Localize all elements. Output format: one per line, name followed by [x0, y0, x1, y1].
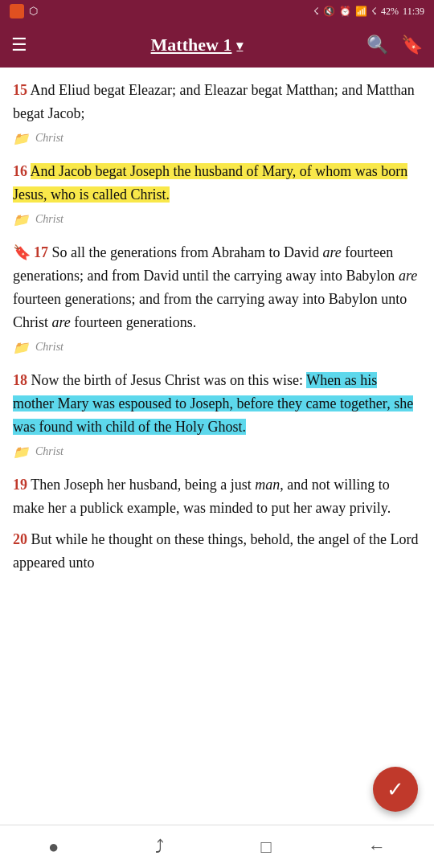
book-title-button[interactable]: Matthew 1 ▾ [151, 35, 244, 55]
verse-17-tag: 📁 Christ [13, 338, 421, 358]
verse-number-20: 20 [13, 531, 27, 547]
verse-15-tag-text: Christ [35, 129, 63, 147]
fab-checkmark-icon: ✓ [387, 777, 404, 802]
wifi-icon: 📶 [355, 6, 367, 18]
status-right: ☇ 🔇 ⏰ 📶 ☇ 42% 11:39 [313, 6, 424, 18]
app-icon [10, 4, 24, 18]
verse-15-tag: 📁 Christ [13, 129, 421, 149]
verse-20: 20 But while he thought on these things,… [13, 528, 421, 575]
bottom-nav-back[interactable]: ← [368, 837, 386, 858]
verse-16-tag-text: Christ [35, 211, 63, 228]
bottom-nav-share[interactable]: ⤴ [155, 837, 164, 858]
verse-19-text: Then Joseph her husband, being a just ma… [13, 477, 391, 516]
bluetooth-icon: ⬡ [29, 5, 38, 18]
scripture-content: 15 And Eliud begat Eleazar; and Eleazar … [0, 68, 434, 646]
verse-number-16: 16 [13, 163, 27, 179]
verse-17-text: So all the generations from Abraham to D… [13, 244, 417, 330]
folder-icon-16: 📁 [13, 210, 29, 231]
verse-17: 🔖17 So all the generations from Abraham … [13, 241, 421, 358]
verse-16: 16 And Jacob begat Joseph the husband of… [13, 160, 421, 230]
battery-level: 42% [381, 6, 399, 18]
folder-icon-18: 📁 [13, 442, 29, 463]
verse-16-highlighted: And Jacob begat Joseph the husband of Ma… [13, 163, 407, 203]
status-left: ⬡ [10, 4, 38, 18]
verse-15-text: And Eliud begat Eleazar; and Eleazar beg… [13, 82, 415, 121]
top-bar-actions: 🔍 🔖 [366, 35, 423, 55]
alarm-icon: ⏰ [339, 6, 351, 18]
verse-number-15: 15 [13, 82, 27, 98]
bottom-nav-overview[interactable]: □ [261, 837, 272, 858]
verse-20-text: But while he thought on these things, be… [13, 531, 418, 571]
verse-18-tag: 📁 Christ [13, 442, 421, 463]
bottom-nav: ● ⤴ □ ← [0, 825, 434, 868]
menu-button[interactable]: ☰ [11, 35, 27, 55]
verse-15: 15 And Eliud begat Eleazar; and Eleazar … [13, 79, 421, 149]
status-bar: ⬡ ☇ 🔇 ⏰ 📶 ☇ 42% 11:39 [0, 0, 434, 23]
search-button[interactable]: 🔍 [366, 35, 388, 55]
folder-icon-17: 📁 [13, 338, 29, 358]
folder-icon-15: 📁 [13, 129, 29, 149]
bookmark-button[interactable]: 🔖 [401, 35, 423, 55]
signal-icon: ☇ [371, 6, 377, 18]
verse-19: 19 Then Joseph her husband, being a just… [13, 473, 421, 520]
mute-icon: 🔇 [323, 6, 335, 18]
bottom-nav-home[interactable]: ● [48, 837, 59, 858]
clock: 11:39 [403, 6, 424, 18]
verse-number-17: 17 [34, 244, 48, 260]
verse-18: 18 Now the birth of Jesus Christ was on … [13, 369, 421, 462]
verse-18-text-before: Now the birth of Jesus Christ was on thi… [31, 372, 307, 388]
top-bar: ☰ Matthew 1 ▾ 🔍 🔖 [0, 23, 434, 68]
verse-number-18: 18 [13, 372, 27, 388]
fab-button[interactable]: ✓ [373, 767, 418, 812]
bluetooth-status-icon: ☇ [313, 6, 319, 18]
dropdown-arrow-icon: ▾ [236, 38, 243, 53]
bookmark-flag-17: 🔖 [13, 244, 31, 260]
verse-17-tag-text: Christ [35, 338, 63, 356]
book-title-text: Matthew 1 [151, 35, 232, 55]
verse-18-tag-text: Christ [35, 443, 63, 461]
verse-16-tag: 📁 Christ [13, 210, 421, 231]
verse-number-19: 19 [13, 477, 27, 493]
